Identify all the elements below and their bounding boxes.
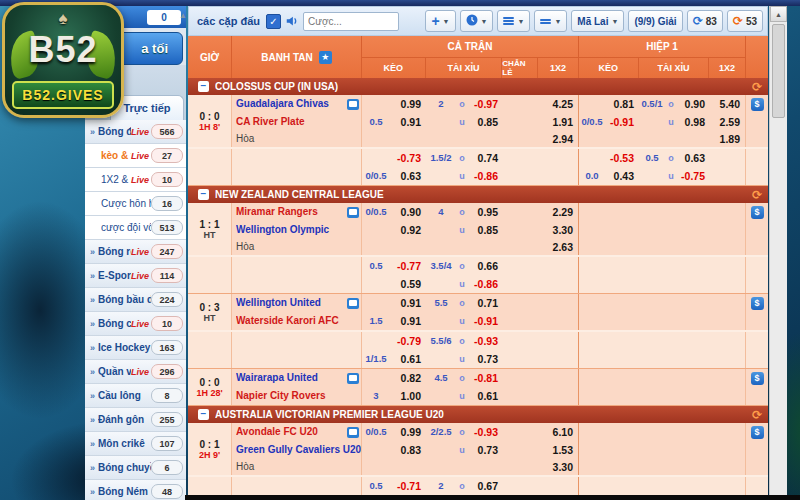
odds-ft-1x2[interactable]: 2.94 — [539, 131, 579, 147]
odds-ft-ou-side[interactable]: o — [456, 369, 468, 387]
refresh-orange-button[interactable]: ⟳53 — [727, 10, 763, 32]
sidebar-item-b-ng-r[interactable]: »Bóng rổLive247 — [85, 240, 186, 264]
stats-dollar-icon[interactable]: $ — [751, 98, 764, 111]
sidebar-item-nh-g-n[interactable]: »Đánh gôn255 — [85, 408, 186, 432]
live-tv-icon[interactable] — [347, 373, 359, 384]
favorite-star-icon[interactable]: ★ — [319, 51, 332, 64]
odds-ft-ou-price[interactable]: -0.97 — [468, 95, 503, 113]
odds-h1-ou-price[interactable]: 0.98 — [677, 113, 710, 131]
odds-ft-ou-side[interactable]: u — [456, 350, 468, 368]
stats-dollar-icon[interactable]: $ — [751, 297, 764, 310]
leagues-filter-button[interactable]: (9/9) Giải — [628, 10, 682, 32]
odds-ft-1x2[interactable]: 2.29 — [539, 203, 579, 221]
odds-h1-handicap-price[interactable]: -0.53 — [605, 149, 639, 167]
sidebar-item-ice-hockey[interactable]: »Ice Hockey163 — [85, 336, 186, 360]
odds-ft-ou-line[interactable]: 4.5 — [426, 369, 456, 387]
live-tv-icon[interactable] — [347, 427, 359, 438]
odds-h1-handicap-price[interactable]: -0.91 — [605, 113, 639, 131]
odds-ft-ou-price[interactable]: 0.73 — [468, 350, 503, 368]
odds-h1-ou-line[interactable]: 0.5 — [639, 149, 665, 167]
odds-ft-ou-price[interactable]: 0.95 — [468, 203, 503, 221]
sidebar-item-b-ng-ch-y[interactable]: »Bóng chàyLive10 — [85, 312, 186, 336]
odds-h1-ou-price[interactable]: 0.63 — [677, 149, 710, 167]
odds-ft-handicap-price[interactable]: -0.77 — [390, 257, 426, 275]
odds-ft-ou-price[interactable]: 0.85 — [468, 113, 503, 131]
stats-dollar-icon[interactable]: $ — [751, 372, 764, 385]
sidebar-item-b-ng[interactable]: »Bóng đáLive566 — [85, 120, 186, 144]
odds-h1-ou-price[interactable]: 0.90 — [677, 95, 710, 113]
odds-ft-1x2[interactable]: 4.25 — [539, 95, 579, 113]
sidebar-item-1x2-c-h-i-k-p[interactable]: 1X2 & Cơ Hội KépLive10 — [85, 168, 186, 192]
odds-ft-1x2[interactable]: 1.91 — [539, 113, 579, 131]
time-filter-dropdown[interactable]: ▼ — [460, 10, 494, 32]
odds-h1-ou-price[interactable]: -0.75 — [677, 167, 710, 185]
odds-ft-ou-price[interactable]: -0.81 — [468, 369, 503, 387]
odds-h1-ou-side[interactable]: o — [665, 95, 677, 113]
sidebar-item-b-ng-b-u-d-c-m[interactable]: »Bóng bầu dục Mỹ224 — [85, 288, 186, 312]
collapse-panel-arrow[interactable]: ▲ — [179, 11, 187, 20]
odds-ft-ou-price[interactable]: 0.61 — [468, 387, 503, 405]
odds-ft-ou-price[interactable]: -0.86 — [468, 167, 503, 185]
stats-dollar-icon[interactable]: $ — [751, 206, 764, 219]
view-mode-dropdown[interactable]: ▼ — [534, 10, 567, 32]
odds-ft-ou-side[interactable]: o — [456, 423, 468, 441]
odds-h1-handicap-price[interactable]: 0.81 — [605, 95, 639, 113]
odds-ft-ou-line[interactable]: 5.5 — [426, 294, 456, 312]
league-refresh-icon[interactable]: ⟳ — [752, 188, 762, 202]
odds-h1-ou-line[interactable]: 0.5/1 — [639, 95, 665, 113]
sidebar-item-b-ng-chuy-n[interactable]: »Bóng chuyền6 — [85, 456, 186, 480]
odds-ft-ou-line[interactable]: 1.5/2 — [426, 149, 456, 167]
odds-ft-1x2[interactable]: 2.63 — [539, 239, 579, 255]
odds-ft-ou-side[interactable]: o — [456, 203, 468, 221]
scroll-up-arrow[interactable]: ▲ — [770, 6, 787, 22]
odds-ft-ou-line[interactable]: 2 — [426, 477, 456, 495]
odds-ft-ou-side[interactable]: o — [456, 294, 468, 312]
odds-format-select[interactable]: Mã Lai▼ — [571, 10, 624, 32]
odds-ft-handicap[interactable]: 0/0.5 — [362, 203, 390, 221]
odds-ft-handicap[interactable]: 0/0.5 — [362, 423, 390, 441]
live-tv-icon[interactable] — [347, 99, 359, 110]
odds-ft-handicap-price[interactable]: 0.82 — [390, 369, 426, 387]
odds-ft-ou-side[interactable]: u — [456, 113, 468, 131]
odds-h1-handicap[interactable]: 0/0.5 — [579, 113, 605, 131]
odds-ft-handicap[interactable]: 0/0.5 — [362, 167, 390, 185]
odds-h1-1x2[interactable]: 5.40 — [710, 95, 746, 113]
odds-ft-ou-side[interactable]: o — [456, 477, 468, 495]
sidebar-item-e-sports[interactable]: »E-SportsLive114 — [85, 264, 186, 288]
odds-ft-handicap-price[interactable]: 0.63 — [390, 167, 426, 185]
league-refresh-icon[interactable]: ⟳ — [752, 80, 762, 94]
scrollbar-thumb[interactable] — [772, 24, 785, 118]
odds-ft-handicap[interactable]: 3 — [362, 387, 390, 405]
add-view-button[interactable]: +▼ — [425, 10, 455, 32]
odds-h1-1x2[interactable]: 2.59 — [710, 113, 746, 131]
odds-ft-handicap-price[interactable]: -0.71 — [390, 477, 426, 495]
odds-ft-handicap[interactable]: 0.5 — [362, 257, 390, 275]
sort-dropdown[interactable]: ▼ — [497, 10, 530, 32]
odds-ft-handicap-price[interactable]: 0.91 — [390, 312, 426, 330]
odds-ft-ou-side[interactable]: o — [456, 95, 468, 113]
odds-ft-1x2[interactable]: 3.30 — [539, 221, 579, 239]
odds-h1-1x2[interactable]: 1.89 — [710, 131, 746, 147]
odds-ft-ou-side[interactable]: u — [456, 441, 468, 459]
odds-ft-handicap-price[interactable]: 0.99 — [390, 95, 426, 113]
odds-ft-ou-price[interactable]: 0.73 — [468, 441, 503, 459]
odds-ft-handicap-price[interactable]: 0.90 — [390, 203, 426, 221]
odds-ft-ou-line[interactable]: 4 — [426, 203, 456, 221]
odds-ft-ou-price[interactable]: 0.67 — [468, 477, 503, 495]
odds-ft-1x2[interactable]: 1.53 — [539, 441, 579, 459]
pairs-checkbox[interactable]: ✓ — [266, 14, 281, 29]
sidebar-item-k-o-t-i-x-u[interactable]: kèo & tài xỉuLive27 — [85, 144, 186, 168]
odds-h1-ou-side[interactable]: u — [665, 113, 677, 131]
odds-ft-handicap-price[interactable]: 0.61 — [390, 350, 426, 368]
odds-ft-ou-price[interactable]: -0.86 — [468, 275, 503, 293]
odds-ft-handicap-price[interactable]: -0.79 — [390, 332, 426, 350]
odds-ft-ou-side[interactable]: o — [456, 149, 468, 167]
odds-ft-ou-price[interactable]: 0.71 — [468, 294, 503, 312]
live-tv-icon[interactable] — [347, 207, 359, 218]
collapse-league-icon[interactable]: − — [198, 189, 209, 200]
odds-ft-ou-line[interactable]: 2 — [426, 95, 456, 113]
odds-ft-handicap[interactable]: 1.5 — [362, 312, 390, 330]
odds-ft-handicap-price[interactable]: 1.00 — [390, 387, 426, 405]
live-tv-icon[interactable] — [347, 298, 359, 309]
odds-ft-ou-price[interactable]: -0.93 — [468, 332, 503, 350]
